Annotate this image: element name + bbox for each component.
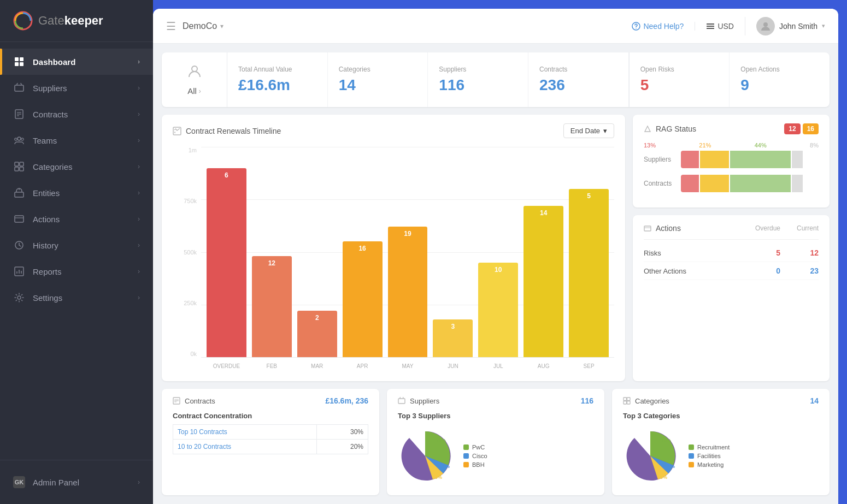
other-actions-values: 0 23 [764, 266, 819, 275]
chevron-icon: › [138, 137, 140, 144]
svg-rect-4 [20, 62, 23, 66]
bar-label: MAR [311, 363, 323, 369]
contracts-card-header: Contracts £16.6m, 236 [173, 396, 368, 405]
bar-group: 16APR [343, 147, 383, 357]
bar-value: 19 [404, 230, 411, 238]
sidebar-item-label: Entities [33, 188, 60, 198]
bar-value: 10 [495, 266, 502, 274]
categories-value: 14 [339, 76, 417, 94]
sidebar-item-history[interactable]: History › [0, 232, 153, 258]
bar[interactable]: 12 [252, 256, 292, 357]
sidebar-item-settings[interactable]: Settings › [0, 284, 153, 311]
bar[interactable]: 19 [388, 227, 428, 357]
company-selector[interactable]: DemoCo ▾ [183, 21, 223, 31]
sidebar-item-contracts[interactable]: Contracts › [0, 101, 153, 127]
bar-label: FEB [267, 363, 277, 369]
rag-pct-row: 13% 21% 44% 8% [644, 142, 819, 149]
user-name: John Smith [779, 22, 817, 31]
contracts-card-value: £16.6m, 236 [325, 396, 368, 405]
categories-bottom-card: Categories 14 Top 3 Categories 15% 4% 6% [612, 389, 830, 495]
settings-icon [13, 292, 25, 304]
rag-contracts-label: Contracts [644, 180, 677, 187]
other-current: 23 [802, 266, 819, 275]
sidebar-bottom: GK Admin Panel › [0, 460, 153, 504]
bar-value: 14 [540, 209, 547, 217]
suppliers-legend: PwC Cisco BBH [463, 444, 487, 468]
current-header: Current [797, 224, 819, 232]
bar-label: JUN [448, 363, 458, 369]
bar[interactable]: 2 [297, 311, 337, 357]
top-categories-title: Top 3 Categories [623, 412, 819, 420]
other-overdue: 0 [764, 266, 780, 275]
chevron-icon: › [138, 478, 140, 486]
all-filter-card[interactable]: All › [162, 52, 227, 107]
bar[interactable]: 14 [524, 206, 563, 357]
person-icon [187, 64, 202, 83]
chevron-icon: › [138, 268, 140, 275]
bar-label: MAY [402, 363, 414, 369]
bar[interactable]: 16 [343, 241, 383, 357]
open-risks-value: 5 [640, 76, 719, 94]
svg-point-10 [17, 137, 21, 140]
total-annual-value-card: Total Annual Value £16.6m [227, 52, 328, 107]
suppliers-bottom-card: Suppliers 116 Top 3 Suppliers [387, 389, 604, 495]
header-right: Need Help? USD John Smith ▾ [632, 17, 825, 35]
sidebar-item-categories[interactable]: Categories › [0, 153, 153, 180]
bar[interactable]: 5 [569, 189, 609, 357]
logo-text: Gatekeeper [38, 14, 103, 28]
bar[interactable]: 6 [207, 168, 246, 358]
y-label: 750k [173, 198, 197, 204]
svg-text:4%: 4% [668, 464, 675, 469]
svg-point-32 [763, 22, 768, 27]
bar[interactable]: 3 [433, 319, 473, 357]
chevron-icon: › [138, 110, 140, 118]
categories-icon [13, 161, 25, 173]
svg-rect-30 [707, 26, 714, 27]
bar-group: 6OVERDUE [207, 147, 246, 357]
currency-selector[interactable]: USD [695, 22, 734, 31]
y-label: 500k [173, 249, 197, 256]
logo-icon [13, 11, 33, 31]
open-actions-value: 9 [740, 76, 819, 94]
end-date-filter[interactable]: End Date ▾ [563, 123, 614, 138]
svg-rect-1 [15, 57, 19, 61]
sidebar-item-entities[interactable]: Entities › [0, 180, 153, 206]
bar-group: 10JUL [478, 147, 518, 357]
hamburger-icon[interactable]: ☰ [166, 20, 176, 33]
svg-text:6%: 6% [435, 475, 442, 480]
chevron-icon: › [138, 58, 140, 66]
right-panel: RAG Status 12 16 13% 21% 44% 8 [633, 115, 830, 381]
sidebar-item-label: Suppliers [33, 84, 67, 93]
suppliers-label: Suppliers [439, 66, 517, 73]
bar-label: APR [357, 363, 368, 369]
svg-text:4%: 4% [443, 464, 450, 469]
need-help-button[interactable]: Need Help? [632, 22, 684, 31]
user-menu[interactable]: John Smith ▾ [745, 17, 825, 35]
svg-rect-45 [624, 398, 627, 401]
legend-dot [463, 453, 469, 459]
dashboard-icon [13, 56, 25, 68]
sidebar-item-teams[interactable]: Teams › [0, 127, 153, 153]
contracts-bottom-card: Contracts £16.6m, 236 Contract Concentra… [162, 389, 379, 495]
svg-rect-15 [15, 167, 19, 171]
rag-badges: 12 16 [784, 123, 819, 134]
sidebar-item-admin[interactable]: GK Admin Panel › [0, 469, 153, 495]
sidebar-item-reports[interactable]: Reports › [0, 258, 153, 284]
bar-group: 12FEB [252, 147, 292, 357]
rag-title: RAG Status [644, 124, 696, 133]
bottom-row: Contracts £16.6m, 236 Contract Concentra… [162, 389, 830, 495]
suppliers-card-value: 116 [581, 396, 593, 405]
actions-table-header: Actions Overdue Current [644, 224, 819, 233]
sidebar-item-label: History [33, 241, 58, 250]
sidebar-item-suppliers[interactable]: Suppliers › [0, 75, 153, 101]
rag-contracts-row: Contracts [644, 175, 819, 192]
bar-value: 6 [225, 171, 228, 179]
legend-item: Recruitment [689, 444, 730, 450]
bar[interactable]: 10 [478, 263, 518, 357]
sidebar-item-actions[interactable]: Actions › [0, 206, 153, 232]
legend-dot [689, 453, 694, 459]
bar-value: 3 [451, 323, 455, 330]
bar-group: 14AUG [524, 147, 563, 357]
sidebar-item-dashboard[interactable]: Dashboard › [0, 49, 153, 75]
sidebar-item-label: Contracts [33, 110, 68, 119]
